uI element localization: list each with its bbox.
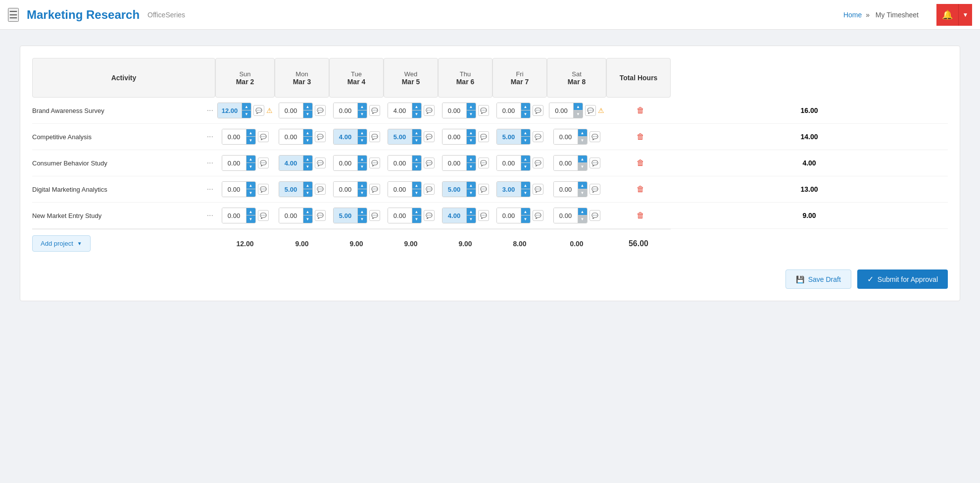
spin-up-button[interactable]: ▲ [246,156,255,163]
time-input[interactable] [497,156,521,170]
spin-down-button[interactable]: ▼ [246,189,255,197]
spin-down-button[interactable]: ▼ [246,163,255,170]
comment-button[interactable]: 💬 [369,131,380,142]
time-input[interactable] [497,182,521,197]
time-input[interactable] [554,129,578,144]
comment-button[interactable]: 💬 [315,105,326,116]
time-input[interactable] [279,103,303,118]
spin-up-button[interactable]: ▲ [412,182,421,189]
comment-button[interactable]: 💬 [585,105,596,116]
time-input[interactable] [388,156,412,170]
comment-button[interactable]: 💬 [533,184,543,195]
time-input[interactable] [279,208,303,223]
spin-up-button[interactable]: ▲ [521,103,530,110]
spin-up-button[interactable]: ▲ [578,156,587,163]
comment-button[interactable]: 💬 [258,158,269,168]
time-input[interactable] [388,103,412,118]
spin-up-button[interactable]: ▲ [467,182,476,189]
time-input[interactable] [218,103,242,118]
comment-button[interactable]: 💬 [478,210,489,221]
spin-up-button[interactable]: ▲ [412,156,421,163]
spin-up-button[interactable]: ▲ [358,156,367,163]
time-input[interactable] [497,129,521,144]
spin-up-button[interactable]: ▲ [242,103,251,110]
comment-button[interactable]: 💬 [315,184,326,195]
comment-button[interactable]: 💬 [369,158,380,168]
spin-down-button[interactable]: ▼ [358,163,367,170]
save-draft-button[interactable]: 💾 Save Draft [785,269,851,289]
spin-down-button[interactable]: ▼ [358,110,367,118]
spin-down-button[interactable]: ▼ [303,215,312,223]
comment-button[interactable]: 💬 [478,131,489,142]
spin-down-button[interactable]: ▼ [521,163,530,170]
spin-up-button[interactable]: ▲ [578,208,587,215]
comment-button[interactable]: 💬 [424,131,435,142]
spin-down-button[interactable]: ▼ [412,189,421,197]
time-input[interactable] [222,129,246,144]
time-input[interactable] [442,103,466,118]
time-input[interactable] [497,208,521,223]
comment-button[interactable]: 💬 [424,158,435,168]
spin-up-button[interactable]: ▲ [412,103,421,110]
time-input[interactable] [334,208,357,223]
comment-button[interactable]: 💬 [258,131,269,142]
spin-up-button[interactable]: ▲ [521,208,530,215]
comment-button[interactable]: 💬 [533,105,543,116]
spin-down-button[interactable]: ▼ [574,110,583,118]
spin-down-button[interactable]: ▼ [578,137,587,144]
spin-up-button[interactable]: ▲ [246,129,255,137]
spin-down-button[interactable]: ▼ [412,215,421,223]
comment-button[interactable]: 💬 [589,184,600,195]
comment-button[interactable]: 💬 [533,158,543,168]
header-dropdown-button[interactable]: ▼ [958,4,972,26]
spin-down-button[interactable]: ▼ [467,137,476,144]
time-input[interactable] [222,156,246,170]
spin-down-button[interactable]: ▼ [521,110,530,118]
time-input[interactable] [279,156,303,170]
spin-down-button[interactable]: ▼ [303,137,312,144]
time-input[interactable] [549,103,573,118]
spin-up-button[interactable]: ▲ [303,129,312,137]
spin-down-button[interactable]: ▼ [246,137,255,144]
comment-button[interactable]: 💬 [258,184,269,195]
spin-down-button[interactable]: ▼ [578,163,587,170]
comment-button[interactable]: 💬 [258,210,269,221]
row-menu-button[interactable]: ··· [205,105,215,116]
spin-up-button[interactable]: ▲ [521,182,530,189]
spin-down-button[interactable]: ▼ [578,215,587,223]
spin-down-button[interactable]: ▼ [303,189,312,197]
delete-row-button[interactable]: 🗑 [635,183,646,196]
time-input[interactable] [554,208,578,223]
time-input[interactable] [334,129,357,144]
comment-button[interactable]: 💬 [589,158,600,168]
comment-button[interactable]: 💬 [369,210,380,221]
spin-up-button[interactable]: ▲ [358,129,367,137]
time-input[interactable] [334,182,357,197]
time-input[interactable] [554,182,578,197]
row-menu-button[interactable]: ··· [205,131,215,142]
delete-row-button[interactable]: 🗑 [635,104,646,117]
add-project-button[interactable]: Add project ▼ [32,235,91,252]
comment-button[interactable]: 💬 [315,158,326,168]
comment-button[interactable]: 💬 [478,158,489,168]
spin-up-button[interactable]: ▲ [303,208,312,215]
notification-bell-button[interactable]: 🔔 [936,4,958,26]
spin-up-button[interactable]: ▲ [467,156,476,163]
time-input[interactable] [442,182,466,197]
comment-button[interactable]: 💬 [533,210,543,221]
row-menu-button[interactable]: ··· [205,210,215,221]
spin-up-button[interactable]: ▲ [467,129,476,137]
delete-row-button[interactable]: 🗑 [635,157,646,169]
spin-up-button[interactable]: ▲ [412,208,421,215]
spin-down-button[interactable]: ▼ [412,137,421,144]
comment-button[interactable]: 💬 [424,184,435,195]
spin-down-button[interactable]: ▼ [467,163,476,170]
spin-up-button[interactable]: ▲ [521,156,530,163]
comment-button[interactable]: 💬 [478,184,489,195]
spin-down-button[interactable]: ▼ [246,215,255,223]
spin-down-button[interactable]: ▼ [303,163,312,170]
spin-down-button[interactable]: ▼ [358,215,367,223]
comment-button[interactable]: 💬 [369,184,380,195]
comment-button[interactable]: 💬 [315,210,326,221]
spin-up-button[interactable]: ▲ [467,103,476,110]
